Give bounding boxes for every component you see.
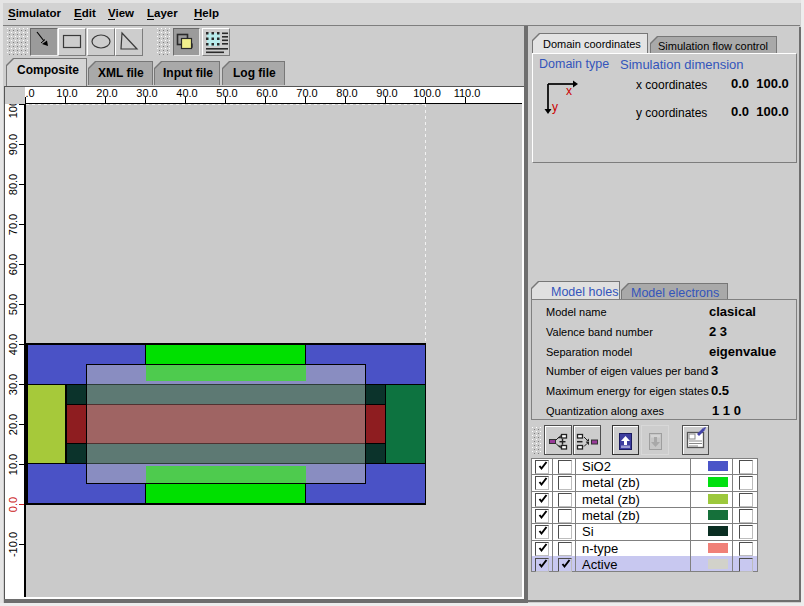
svg-text:y: y: [552, 100, 558, 114]
svg-text:x: x: [566, 84, 572, 98]
